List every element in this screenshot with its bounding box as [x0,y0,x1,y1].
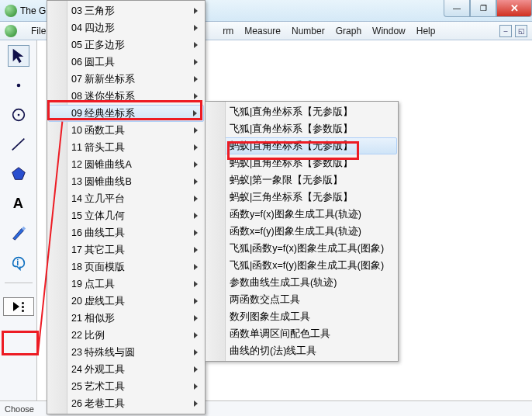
mdi-min-icon[interactable]: – [499,25,512,37]
submenu-arrow-icon [194,59,198,65]
menu-item-21[interactable]: 21 相似形 [48,310,204,327]
menu-item-label: 15 立体几何 [71,210,125,223]
menu-item-label: 23 特殊线与圆 [71,346,135,359]
circle-tool[interactable] [8,104,29,126]
submenu-item-label: 两函数交点工具 [230,293,300,307]
menu-item-03[interactable]: 03 三角形 [48,2,204,19]
menu-item-label: 03 三角形 [71,5,115,18]
menu-measure[interactable]: Measure [244,26,281,36]
submenu-arrow-icon [194,127,198,133]
submenu-item-0[interactable]: 飞狐|直角坐标系【无参版】 [206,103,397,120]
minimize-button[interactable]: — [444,0,470,17]
submenu-item-13[interactable]: 函数单调区间配色工具 [206,325,397,342]
submenu-item-label: 曲线的切(法)线工具 [230,345,316,358]
menu-item-06[interactable]: 06 圆工具 [48,54,204,71]
submenu-item-label: 飞狐|函数y=f(x)图象生成工具(图象) [230,242,384,255]
menu-item-label: 07 新新坐标系 [71,73,135,86]
menu-item-26[interactable]: 26 老巷工具 [48,395,204,412]
flyout-dots-icon [22,302,24,312]
point-tool[interactable] [8,75,29,96]
submenu-arrow-icon [194,264,198,270]
menu-item-14[interactable]: 14 立几平台 [48,190,204,207]
menu-item-label: 09 经典坐标系 [71,107,135,120]
close-button[interactable]: ✕ [496,0,532,17]
menu-item-08[interactable]: 08 迷你坐标系 [48,88,204,105]
submenu-item-label: 数列图象生成工具 [230,310,310,324]
menu-item-04[interactable]: 04 四边形 [48,19,204,36]
menu-item-label: 04 四边形 [71,22,115,35]
submenu-item-10[interactable]: 参数曲线生成工具(轨迹) [206,274,397,291]
menu-item-24[interactable]: 24 外观工具 [48,361,204,378]
menu-item-12[interactable]: 12 圆锥曲线A [48,156,204,173]
menu-item-label: 11 箭头工具 [71,141,125,154]
submenu-item-label: 函数y=f(x)图象生成工具(轨迹) [230,208,361,221]
menu-item-13[interactable]: 13 圆锥曲线B [48,173,204,190]
menu-item-25[interactable]: 25 艺术工具 [48,378,204,395]
menu-item-22[interactable]: 22 比例 [48,327,204,344]
menu-item-18[interactable]: 18 页面模版 [48,258,204,276]
menu-item-17[interactable]: 17 其它工具 [48,241,204,258]
text-tool[interactable]: A [8,192,29,214]
submenu-item-5[interactable]: 蚂蚁|三角坐标系【无参版】 [206,189,397,206]
menu-item-23[interactable]: 23 特殊线与圆 [48,344,204,361]
svg-point-2 [17,114,19,116]
menu-item-20[interactable]: 20 虚线工具 [48,293,204,310]
submenu-item-label: 飞狐|直角坐标系【参数版】 [230,123,353,136]
window-controls: — ❐ ✕ [444,0,532,17]
submenu-item-label: 蚂蚁|直角坐标系【无参版】 [230,140,353,153]
submenu-item-4[interactable]: 蚂蚁|第一象限【无参版】 [206,172,397,189]
submenu-item-label: 函数单调区间配色工具 [230,328,330,341]
menu-item-10[interactable]: 10 函数工具 [48,122,204,139]
submenu-item-8[interactable]: 飞狐|函数y=f(x)图象生成工具(图象) [206,240,397,257]
submenu-arrow-icon [194,76,198,82]
flyout-triangle-icon [13,302,19,311]
polygon-tool[interactable] [8,163,29,185]
submenu-item-12[interactable]: 数列图象生成工具 [206,308,397,325]
menu-item-16[interactable]: 16 曲线工具 [48,224,204,241]
mdi-restore-icon[interactable]: ◱ [515,25,527,37]
line-tool[interactable] [8,133,29,155]
custom-tools-flyout[interactable] [3,297,34,316]
submenu-item-14[interactable]: 曲线的切(法)线工具 [206,342,397,359]
submenu-arrow-icon [194,230,198,236]
submenu-item-label: 飞狐|直角坐标系【无参版】 [230,106,353,119]
menu-item-19[interactable]: 19 点工具 [48,276,204,293]
menu-item-label: 13 圆锥曲线B [71,175,132,189]
toolbox: A i [0,40,37,416]
submenu-arrow-icon [194,196,198,202]
arrow-tool[interactable] [8,45,29,67]
menu-item-07[interactable]: 07 新新坐标系 [48,71,204,88]
menu-item-05[interactable]: 05 正多边形 [48,36,204,54]
submenu-item-3[interactable]: 蚂蚁|直角坐标系【参数版】 [206,154,397,172]
menu-window[interactable]: Window [372,26,406,36]
app-title: The G [20,5,46,16]
submenu-item-7[interactable]: 函数x=f(y)图象生成工具(轨迹) [206,223,397,240]
menu-transform[interactable]: rm [223,26,233,36]
menu-help[interactable]: Help [416,26,436,36]
submenu-arrow-icon [194,315,198,321]
submenu-item-6[interactable]: 函数y=f(x)图象生成工具(轨迹) [206,206,397,223]
submenu-gutter [206,102,226,361]
submenu-item-1[interactable]: 飞狐|直角坐标系【参数版】 [206,120,397,137]
menu-graph[interactable]: Graph [336,26,361,36]
maximize-button[interactable]: ❐ [470,0,496,17]
menu-item-15[interactable]: 15 立体几何 [48,207,204,224]
menu-item-label: 17 其它工具 [71,244,125,257]
submenu-arrow-icon [194,383,198,390]
menu-file[interactable]: File [31,26,46,36]
submenu-item-2[interactable]: 蚂蚁|直角坐标系【无参版】 [206,137,397,154]
submenu-arrow-icon [193,110,197,116]
menu-item-label: 16 曲线工具 [71,227,125,240]
submenu-item-9[interactable]: 飞狐|函数x=f(y)图象生成工具(图象) [206,257,397,274]
menu-item-label: 24 外观工具 [71,363,125,376]
info-tool[interactable]: i [8,251,29,273]
menu-item-label: 05 正多边形 [71,39,125,52]
menu-item-11[interactable]: 11 箭头工具 [48,139,204,156]
submenu-arrow-icon [194,42,198,48]
menu-item-09[interactable]: 09 经典坐标系 [48,105,204,122]
menu-item-label: 12 圆锥曲线A [71,158,132,172]
marker-tool[interactable] [8,222,29,244]
submenu-arrow-icon [194,8,198,14]
menu-number[interactable]: Number [292,26,325,36]
submenu-item-11[interactable]: 两函数交点工具 [206,291,397,308]
